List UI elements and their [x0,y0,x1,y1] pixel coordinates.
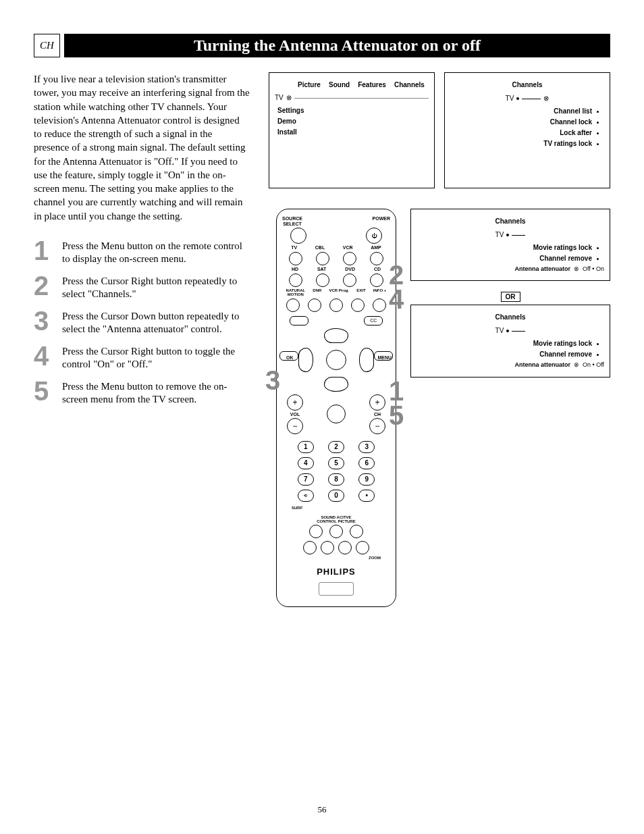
ch-label: CH [374,412,381,417]
callout-24: 24 [389,263,404,311]
step-number: 5 [34,378,62,407]
lbl: TV [291,245,297,251]
key-6[interactable]: 6 [358,457,375,469]
menu-title: Channels [450,80,604,90]
lbl: CD [374,267,381,272]
bottom-labels: SOUND ACITVE CONTROL PICTURE [282,515,390,523]
source-select-label: SOURCE SELECT [282,216,302,226]
brand-logo: PHILIPS [282,567,390,577]
active-control-button[interactable] [329,525,343,538]
key-2[interactable]: 2 [328,441,344,453]
tv-button[interactable] [289,252,302,265]
page-number: 56 [0,804,644,815]
cd-button[interactable] [370,273,383,287]
zoom-label: ZOOM [282,556,390,560]
surf-button[interactable]: ⟲ [298,490,314,502]
cursor-left[interactable] [298,348,313,372]
sat-button[interactable] [316,273,329,287]
lbl: VCR [343,245,353,251]
lbl: EXIT [356,288,365,297]
cbl-button[interactable] [316,252,329,265]
key-4[interactable]: 4 [298,457,314,469]
cursor-up[interactable] [324,328,348,343]
dpad: OK MENU [296,330,377,390]
ch-down[interactable]: − [369,418,385,434]
info-button[interactable] [373,298,386,312]
menu-item: Channel remove [417,349,592,360]
tv-label: TV [506,93,514,104]
osd-main-menu: Picture Sound Features Channels TV⊗ Sett… [269,72,435,188]
menu-item: TV ratings lock [450,138,592,149]
step-number: 4 [34,343,62,371]
menu-item: Channel remove [417,253,592,264]
ch-up[interactable]: + [369,394,385,411]
sound-button[interactable] [309,525,323,538]
dot-button[interactable]: • [358,490,375,502]
ok-button[interactable] [279,351,298,361]
mute-button[interactable] [327,405,346,423]
key-9[interactable]: 9 [358,473,375,486]
tv-label: TV [495,230,504,240]
tab-picture: Picture [298,80,321,90]
step-number: 1 [34,238,62,266]
cc-button[interactable]: CC [364,316,383,325]
attenuator-label: Antenna attenuator [514,360,570,369]
menu-button[interactable] [374,351,393,361]
tv-label: TV [495,325,504,336]
picture-button[interactable] [350,525,363,538]
tab-features: Features [358,80,386,90]
cursor-down[interactable] [324,377,348,392]
lbl: HD [292,267,298,272]
zoom-button[interactable] [356,541,369,554]
tab-channels: Channels [394,80,425,90]
key-8[interactable]: 8 [328,473,344,486]
key-7[interactable]: 7 [298,473,314,486]
power-label: POWER [373,216,390,226]
dnr-button[interactable] [308,298,321,312]
surf-label: SURF [282,506,390,510]
vcrprog-button[interactable] [329,298,343,312]
intro-text: If you live near a television station's … [34,72,250,223]
menu-title: Channels [417,312,604,323]
remote-control: SOURCE SELECTPOWER ⏻ TVCBLVCRAMP HDSATDV… [276,209,396,607]
dvd-button[interactable] [343,273,356,287]
key-0[interactable]: 0 [328,490,344,502]
page-title: Turning the Antenna Attenuator on or off [64,34,610,57]
tab-sound: Sound [329,80,350,90]
hd-button[interactable] [289,273,302,287]
amp-button[interactable] [370,252,383,265]
power-button[interactable]: ⏻ [366,228,382,244]
source-button[interactable] [290,228,306,244]
menu-item: Lock after [450,128,592,138]
osd-channels-menu: Channels TV⊗ Channel list Channel lock L… [444,72,610,188]
tv-label: TV [275,93,284,103]
lbl: INFO + [373,288,387,297]
format-button[interactable] [290,316,308,325]
key-3[interactable]: 3 [358,441,375,453]
motion-button[interactable] [286,298,300,312]
ir-window [319,582,354,596]
extra-button[interactable] [338,541,352,554]
step-text: Press the Menu button on the remote cont… [62,238,250,266]
attenuator-state: On • Off [583,360,604,369]
extra-button[interactable] [303,541,317,554]
step-text: Press the Cursor Down button repeatedly … [62,308,250,336]
vol-down[interactable]: − [287,418,303,434]
vcr-button[interactable] [343,252,356,265]
key-5[interactable]: 5 [328,457,344,469]
step-3: 3 Press the Cursor Down button repeatedl… [34,308,250,336]
callout-3: 3 [265,365,280,396]
step-text: Press the Cursor Right button repeatedly… [62,273,250,301]
menu-item: Movie ratings lock [417,338,592,349]
exit-button[interactable] [351,298,365,312]
menu-item: Channel list [450,106,592,117]
extra-button[interactable] [321,541,334,554]
cursor-right[interactable] [359,348,374,372]
vol-up[interactable]: + [287,394,303,411]
step-number: 3 [34,308,62,336]
cursor-center[interactable] [326,350,346,370]
key-1[interactable]: 1 [298,441,314,453]
lbl: VCR Prog. [329,288,349,297]
lbl: SAT [317,267,326,272]
step-4: 4 Press the Cursor Right button to toggl… [34,343,250,371]
